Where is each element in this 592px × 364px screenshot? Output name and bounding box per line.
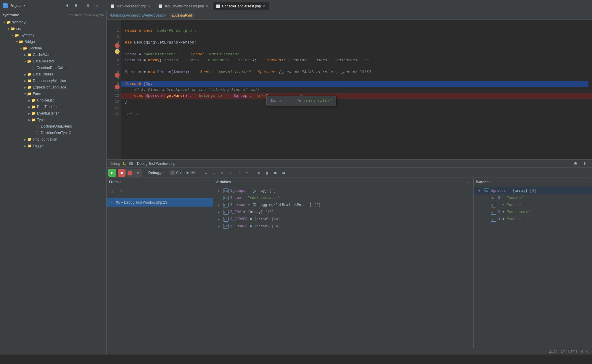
- run-config-icon[interactable]: ▷: [93, 1, 101, 10]
- watch-index-3: 3: [498, 217, 500, 221]
- mute-breakpoints-button[interactable]: ⬤: [126, 169, 134, 177]
- breadcrumb-namespace[interactable]: \Monolog\Processor\WebProcessor: [110, 13, 166, 17]
- step-into-button[interactable]: ↓: [210, 169, 218, 177]
- code-line-4: [125, 46, 592, 51]
- tree-label: Type: [37, 118, 45, 122]
- var-type-arr4: ≡☰: [223, 224, 229, 229]
- variables-panel: Variables → ▶ ≡☰ $groups = {array} [4]: [213, 178, 474, 355]
- restore-layout-button[interactable]: ⊞: [134, 169, 142, 177]
- tree-item-symfony2[interactable]: ▼ 📁 symfony2: [0, 19, 106, 25]
- frame-item-0[interactable]: ≡ 05 – Debug Tool Window.php:23: [107, 198, 213, 207]
- project-dropdown[interactable]: ▼: [23, 4, 25, 7]
- var-item-name[interactable]: ▶ ≡☰ $name = "Administrator": [213, 194, 473, 202]
- console-tab[interactable]: ≡ Console ↵: [168, 169, 198, 177]
- structure-icon[interactable]: ⊞: [72, 1, 80, 10]
- sidebar-subtitle: ~/PhpstormProjects/symfo: [66, 13, 104, 17]
- frames-panel: Frames → ▲ ▼ ≡ 05 – Debug Tool Window.ph…: [107, 178, 213, 355]
- tree-label: HttpFoundation: [33, 137, 57, 141]
- step-over-button[interactable]: ⤵: [202, 169, 210, 177]
- tab-close-1[interactable]: ✕: [148, 4, 151, 8]
- code-line-5: $name = 'Administrator' ; $name: "Admini…: [125, 51, 592, 57]
- expand-icon-debug[interactable]: ⬆: [581, 160, 589, 168]
- tree-arrow: ▼: [2, 21, 7, 24]
- tree-item-symfony[interactable]: ▼ 📂 Symfony: [0, 32, 106, 38]
- debug-tooltip: $name = "Administrator": [266, 96, 336, 106]
- tree-item-src[interactable]: ▼ 📂 src: [0, 25, 106, 32]
- tree-item-datafixtures[interactable]: ▶ 📁 DataFixtures: [0, 71, 106, 78]
- breadcrumb-method[interactable]: addExtraField: [170, 13, 194, 17]
- tree-item-bridge[interactable]: ▼ 📂 Bridge: [0, 38, 106, 45]
- folder-icon: 📁: [27, 72, 32, 76]
- folder-icon: 📁: [31, 111, 36, 115]
- frames-list: ≡ 05 – Debug Tool Window.php:23: [107, 197, 213, 355]
- restore-button[interactable]: ⊟: [280, 169, 287, 177]
- tab-close-2[interactable]: ✕: [206, 4, 208, 8]
- tree-item-form[interactable]: ▼ 📂 Form: [0, 91, 106, 97]
- stop-button[interactable]: ■: [118, 169, 126, 177]
- var-type-arr2: ≡☰: [223, 210, 229, 215]
- settings-button-2[interactable]: @: [263, 169, 271, 177]
- editor-tabs: ⬜ WebProcessor.php ✕ ⬜ src/.../WebProces…: [107, 1, 592, 10]
- folder-icon: 📁: [7, 20, 11, 24]
- tree-item-logger[interactable]: ▶ 📁 Logger: [0, 143, 106, 149]
- code-line-15[interactable]: + //...: [125, 111, 592, 117]
- tree-item-cachewarmer[interactable]: ▶ 📁 CacheWarmer: [0, 51, 106, 58]
- tree-item-doctrine[interactable]: ▼ 📂 Doctrine: [0, 45, 106, 51]
- project-label: Project: [9, 3, 21, 8]
- tree-item-expressionlanguage[interactable]: ▶ 📁 ExpressionLanguage: [0, 84, 106, 91]
- tab-consolehandler[interactable]: ⬜ ConsoleHandlerTest.php ✕: [212, 2, 269, 10]
- watch-sub-item-1[interactable]: ▶ ≡☰ 1 = "users": [474, 202, 592, 209]
- navigate-icon[interactable]: ⊕: [63, 1, 71, 10]
- tree-item-doctrineormtypec[interactable]: ▶ ⬛ DoctrineOrmTypeC: [0, 130, 106, 136]
- watch-sub-item-0[interactable]: ▶ ≡☰ 0 = "admins": [474, 194, 592, 202]
- debug-file: 05 – Debug Tool Window.php: [129, 162, 175, 166]
- frame-up-btn[interactable]: ▲: [109, 188, 116, 195]
- debug-sep-1: [144, 170, 144, 176]
- tree-item-doctrinedatacollec[interactable]: ▶ ⬛ DoctrineDataCollec: [0, 65, 106, 71]
- tab-close-3[interactable]: ✕: [263, 4, 265, 8]
- tree-item-eventlistener[interactable]: ▶ 📁 EventListener: [0, 110, 106, 117]
- settings-icon[interactable]: ⚙: [84, 1, 92, 10]
- tree-item-datacollector[interactable]: ▼ 📂 DataCollector: [0, 58, 106, 65]
- tree-item-doctrineormextens[interactable]: ▶ ⬛ DoctrineOrmExtens: [0, 123, 106, 130]
- watch-item-groups[interactable]: ▼ ≡☰ $groups = {array} [4]: [474, 187, 592, 194]
- frame-down-btn[interactable]: ▼: [118, 188, 125, 195]
- debugger-tab[interactable]: Debugger: [146, 169, 167, 177]
- force-step-into-button[interactable]: ↘: [218, 169, 226, 177]
- var-item-server[interactable]: ▶ ≡☰ $_SERVER = {array} [24]: [213, 216, 473, 223]
- resume-button[interactable]: ▶: [108, 169, 116, 177]
- run-to-cursor-button[interactable]: →: [235, 169, 243, 177]
- php-file-icon: ⬜: [110, 4, 115, 8]
- frames-expand-btn[interactable]: →: [205, 179, 210, 185]
- tab-webprocessor[interactable]: ⬜ WebProcessor.php ✕: [107, 2, 155, 10]
- watches-expand-btn[interactable]: →: [584, 179, 590, 185]
- frames-controls: ▲ ▼: [107, 186, 213, 197]
- breadcrumb: \Monolog\Processor\WebProcessor › addExt…: [107, 11, 592, 20]
- watch-return-value-button[interactable]: ⊕: [255, 169, 263, 177]
- var-item-groups[interactable]: ▶ ≡☰ $groups = {array} [4]: [213, 187, 473, 194]
- variables-expand-btn[interactable]: →: [465, 179, 471, 185]
- settings-icon-debug[interactable]: ⚙: [571, 160, 580, 168]
- tree-item-datatransformer[interactable]: ▶ 📁 DataTransformer: [0, 104, 106, 110]
- evaluate-button[interactable]: ⌨: [243, 169, 251, 177]
- tree-item-httpfoundation[interactable]: ▶ 📁 HttpFoundation: [0, 136, 106, 143]
- watch-sub-item-3[interactable]: ▶ ≡☰ 3 = "sales": [474, 216, 592, 223]
- tab-webprocessor-src[interactable]: ⬜ src/.../WebProcessor.php ✕: [155, 2, 212, 10]
- frames-header-buttons: →: [205, 179, 210, 185]
- tree-item-type[interactable]: ▶ 📁 Type: [0, 117, 106, 123]
- code-line-8: $person = new Person ( $name ); $name: "…: [125, 69, 592, 75]
- watch-sub-item-2[interactable]: ▶ ≡☰ 2 = "customers": [474, 209, 592, 216]
- tree-item-choicelist[interactable]: ▶ 📁 ChoiceList: [0, 97, 106, 104]
- code-line-2: [125, 34, 592, 40]
- watches-header: Watches →: [474, 178, 592, 186]
- var-item-person[interactable]: ▶ ≡☰ $person = {Debugging\JetBrains\Pers…: [213, 202, 473, 209]
- step-out-button[interactable]: ↑: [227, 169, 234, 177]
- tree-label: DoctrineDataCollec: [37, 66, 67, 70]
- var-item-globals[interactable]: ▶ ≡☰ $GLOBALS = {array} [14]: [213, 223, 473, 230]
- folder-icon: 📁: [27, 85, 32, 89]
- tree-item-dependencyinjection[interactable]: ▶ 📁 DependencyInjection: [0, 78, 106, 84]
- memory-button[interactable]: ▦: [271, 169, 279, 177]
- toolbar-sep-1: [82, 3, 82, 9]
- code-line-7: [125, 63, 592, 69]
- var-item-env[interactable]: ▶ ≡☰ $_ENV = {array} [15]: [213, 209, 473, 216]
